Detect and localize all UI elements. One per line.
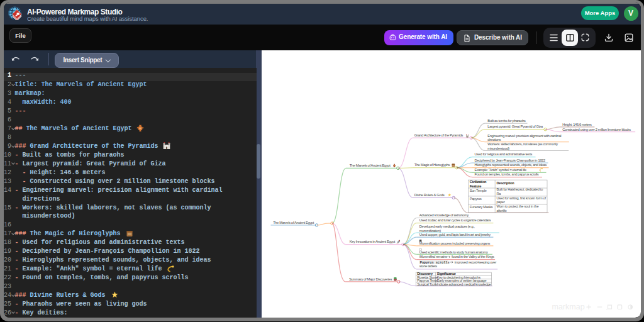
svg-text:paper: paper [496,200,504,204]
svg-text:Ra: Ra [496,191,501,195]
svg-text:Summary of Major Discoveries: Summary of Major Discoveries [349,277,392,280]
svg-text:Key Innovations in Ancient Egy: Key Innovations in Ancient Egypt [349,240,395,243]
svg-text:Worn to protect the soul in th: Worn to protect the soul in the [496,204,538,208]
svg-text:Description: Description [496,180,514,184]
svg-text:Engineering marvel: precision: Engineering marvel: precision alignment … [487,133,561,137]
svg-text:misunderstood): misunderstood) [487,147,509,150]
svg-text:Indicate advanced medical know: Indicate advanced medical knowledge [436,282,491,286]
svg-text:Built by Hatshepsut, dedicated: Built by Hatshepsut, dedicated to [496,187,543,191]
svg-text:Workers: skilled laborers, not: Workers: skilled laborers, not slaves (a… [487,142,558,146]
svg-text:Built as tombs for pharaohs: Built as tombs for pharaohs [487,118,526,122]
svg-text:afterlife: afterlife [496,208,506,212]
svg-text:Funerary Masks: Funerary Masks [469,205,492,209]
svg-text:Papyrus scrolls: Papyrus scrolls [419,260,449,264]
svg-text:mummification): mummification) [419,228,440,232]
svg-text:markmap: markmap [552,302,584,311]
svg-text:Hieroglyphs represented sounds: Hieroglyphs represented sounds, objects,… [474,163,547,167]
svg-text:Used for religious and adminis: Used for religious and administrative te… [474,152,532,156]
svg-text:improved record-keeping over: improved record-keeping over [454,260,496,264]
svg-text:Largest pyramid: Great Pyramid: Largest pyramid: Great Pyramid of Giza [487,125,543,128]
svg-text:Used copper, gold, and lapis l: Used copper, gold, and lapis lazuli in a… [419,232,491,236]
svg-text:The Marvels of Ancient Egypt: The Marvels of Ancient Egypt [273,220,314,224]
svg-text:Mummification process included: Mummification process included preservin… [419,242,490,245]
svg-text:Mummified remains: Mummified remains [419,255,447,258]
svg-text:Used zodiac and lunar cycles t: Used zodiac and lunar cycles to organize… [419,218,491,222]
svg-text:Found on temples, tombs, and p: Found on temples, tombs, and papyrus scr… [474,172,538,176]
svg-text:Grand Architecture of the Pyra: Grand Architecture of the Pyramids [414,133,463,136]
svg-text:Used scientific methods to stu: Used scientific methods to study human a… [419,250,487,253]
svg-text:Advanced knowledge of astronom: Advanced knowledge of astronomy [419,213,469,217]
svg-text:The Marvels of Ancient Egypt: The Marvels of Ancient Egypt [349,163,390,167]
svg-text:Constructed using over 2 milli: Constructed using over 2 million limesto… [562,127,631,131]
svg-text:Example: "Ankh" symbol = etern: Example: "Ankh" symbol = eternal life [474,168,526,172]
svg-text:Divine Rulers & Gods: Divine Rulers & Gods [414,193,444,197]
svg-text:Used for writing, first known: Used for writing, first known form of [496,196,546,199]
svg-text:The Magic of Hieroglyphs: The Magic of Hieroglyphs [414,163,450,167]
svg-text:Surgical Tools: Surgical Tools [417,282,437,286]
svg-text:directions: directions [487,138,501,142]
svg-text:stone tablets: stone tablets [419,264,436,268]
svg-text:Height: 146.6 meters: Height: 146.6 meters [562,122,592,126]
svg-text:Papyrus: Papyrus [469,197,481,201]
svg-text:Deciphered by Jean-François Ch: Deciphered by Jean-François Champollion … [474,158,545,162]
svg-text:Feature: Feature [469,184,481,187]
svg-text:Developed early medical practi: Developed early medical practices (e.g., [419,224,475,228]
svg-text:Civilization: Civilization [469,180,486,184]
svg-text:found in the Valley of the Kin: found in the Valley of the Kings [452,255,494,258]
svg-text:Sun Temple: Sun Temple [469,188,486,192]
